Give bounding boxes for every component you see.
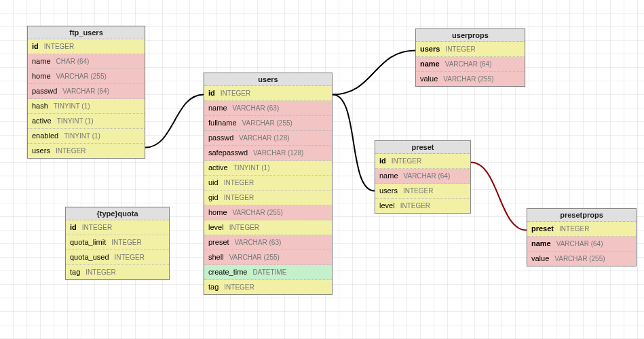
table-row[interactable]: usersINTEGER — [416, 42, 525, 57]
table-users[interactable]: usersidINTEGERnameVARCHAR (63)fullnameVA… — [204, 73, 333, 295]
table-row[interactable]: idINTEGER — [66, 220, 169, 235]
column-type: VARCHAR (128) — [253, 148, 328, 158]
table-row[interactable]: safepasswdVARCHAR (128) — [204, 146, 332, 161]
table-row[interactable]: activeTINYINT (1) — [204, 161, 332, 176]
column-name: value — [420, 74, 438, 83]
table-row[interactable]: idINTEGER — [28, 39, 145, 54]
column-name: name — [32, 56, 51, 66]
table-row[interactable]: quota_limitINTEGER — [66, 235, 169, 250]
column-name: shell — [208, 252, 224, 262]
column-type: INTEGER — [445, 45, 520, 54]
table-row[interactable]: nameVARCHAR (64) — [375, 169, 470, 184]
er-canvas[interactable]: ftp_usersidINTEGERnameCHAR (64)homeVARCH… — [0, 0, 644, 339]
table-row[interactable]: nameVARCHAR (63) — [204, 101, 332, 116]
table-row[interactable]: presetINTEGER — [527, 222, 636, 237]
table-presetprops[interactable]: presetpropspresetINTEGERnameVARCHAR (64)… — [527, 208, 637, 266]
table-row[interactable]: tagINTEGER — [204, 280, 332, 294]
column-name: id — [379, 156, 386, 165]
table-preset[interactable]: presetidINTEGERnameVARCHAR (64)usersINTE… — [375, 140, 471, 214]
column-name: tag — [70, 267, 80, 277]
table-row[interactable]: presetVARCHAR (63) — [204, 235, 332, 250]
table-row[interactable]: fullnameVARCHAR (255) — [204, 116, 332, 131]
column-type: VARCHAR (64) — [62, 87, 140, 96]
column-type: INTEGER — [229, 223, 328, 233]
column-type: VARCHAR (64) — [404, 172, 466, 181]
table-header[interactable]: ftp_users — [28, 26, 145, 39]
column-type: DATETIME — [252, 268, 328, 277]
relationship-link — [471, 163, 527, 231]
table-row[interactable]: homeVARCHAR (255) — [204, 205, 332, 220]
table-row[interactable]: nameVARCHAR (64) — [527, 237, 636, 252]
column-name: quota_used — [70, 252, 109, 262]
column-type: INTEGER — [559, 224, 632, 234]
column-name: users — [379, 186, 398, 195]
column-name: level — [379, 201, 395, 210]
table-row[interactable]: idINTEGER — [204, 86, 332, 101]
table-row[interactable]: tagINTEGER — [66, 265, 169, 279]
table-header[interactable]: presetprops — [527, 209, 636, 222]
table-row[interactable]: quota_usedINTEGER — [66, 250, 169, 265]
column-type: VARCHAR (255) — [229, 253, 328, 262]
relationship-link — [145, 95, 204, 148]
column-type: VARCHAR (63) — [233, 104, 328, 113]
table-header[interactable]: userprops — [416, 29, 525, 42]
column-type: INTEGER — [115, 253, 166, 262]
table-row[interactable]: nameCHAR (64) — [28, 54, 145, 69]
table-row[interactable]: passwdVARCHAR (128) — [204, 131, 332, 146]
table-row[interactable]: usersINTEGER — [28, 144, 145, 158]
column-type: INTEGER — [224, 178, 328, 188]
column-name: active — [32, 116, 52, 125]
table-row[interactable]: nameVARCHAR (64) — [416, 57, 525, 72]
table-row[interactable]: shellVARCHAR (255) — [204, 250, 332, 265]
column-name: users — [32, 146, 50, 155]
column-name: passwd — [32, 86, 57, 96]
column-name: name — [208, 103, 227, 113]
column-type: VARCHAR (64) — [556, 239, 632, 249]
table-row[interactable]: create_timeDATETIME — [204, 265, 332, 280]
column-name: name — [379, 171, 398, 180]
column-type: CHAR (64) — [56, 57, 140, 66]
table-header[interactable]: preset — [375, 141, 470, 154]
column-type: INTEGER — [403, 186, 466, 196]
table-row[interactable]: passwdVARCHAR (64) — [28, 84, 145, 99]
table-row[interactable]: gidINTEGER — [204, 191, 332, 205]
table-row[interactable]: enabledTINYINT (1) — [28, 129, 145, 144]
table-row[interactable]: levelINTEGER — [375, 199, 470, 213]
column-name: name — [531, 239, 551, 248]
column-name: preset — [208, 237, 229, 247]
table-row[interactable]: uidINTEGER — [204, 176, 332, 191]
table-row[interactable]: usersINTEGER — [375, 184, 470, 199]
table-ftp_users[interactable]: ftp_usersidINTEGERnameCHAR (64)homeVARCH… — [27, 26, 145, 159]
column-type: VARCHAR (64) — [445, 60, 520, 69]
table-header[interactable]: {type}quota — [66, 207, 169, 220]
column-name: create_time — [208, 267, 247, 277]
table-row[interactable]: valueVARCHAR (255) — [527, 252, 636, 266]
table-row[interactable]: valueVARCHAR (255) — [416, 72, 525, 86]
column-type: INTEGER — [56, 146, 140, 156]
column-name: value — [531, 254, 549, 263]
column-type: VARCHAR (255) — [242, 119, 328, 128]
column-name: safepasswd — [208, 148, 248, 157]
column-name: level — [208, 222, 224, 232]
column-name: gid — [208, 193, 219, 202]
column-type: TINYINT (1) — [54, 102, 140, 111]
column-type: INTEGER — [111, 238, 165, 247]
table-row[interactable]: idINTEGER — [375, 154, 470, 169]
column-type: VARCHAR (128) — [239, 134, 328, 143]
table-row[interactable]: activeTINYINT (1) — [28, 114, 145, 129]
column-name: preset — [531, 224, 554, 233]
column-type: TINYINT (1) — [233, 163, 328, 173]
table-row[interactable]: levelINTEGER — [204, 220, 332, 235]
column-type: INTEGER — [86, 268, 165, 277]
column-name: uid — [208, 178, 219, 187]
column-name: active — [208, 163, 228, 172]
table-row[interactable]: homeVARCHAR (255) — [28, 69, 145, 84]
column-name: users — [420, 44, 440, 54]
table-header[interactable]: users — [204, 73, 332, 86]
table-row[interactable]: hashTINYINT (1) — [28, 99, 145, 114]
table-typequota[interactable]: {type}quotaidINTEGERquota_limitINTEGERqu… — [65, 207, 170, 280]
column-type: INTEGER — [44, 42, 140, 52]
column-type: INTEGER — [392, 157, 466, 166]
table-userprops[interactable]: userpropsusersINTEGERnameVARCHAR (64)val… — [415, 28, 525, 87]
column-type: INTEGER — [224, 283, 328, 292]
